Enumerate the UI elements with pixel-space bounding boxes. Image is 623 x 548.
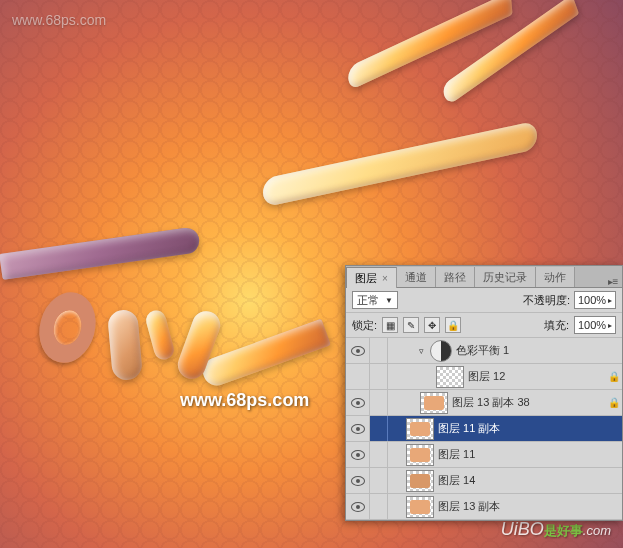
tab-actions[interactable]: 动作	[536, 267, 575, 287]
chevron-right-icon: ▸	[608, 296, 612, 305]
logo-cn: 是好事	[544, 523, 583, 538]
lock-transparency-button[interactable]: ▦	[382, 317, 398, 333]
layer-row[interactable]: 图层 11 副本	[346, 416, 622, 442]
layer-row[interactable]: ▿色彩平衡 1	[346, 338, 622, 364]
layer-row[interactable]: 图层 13 副本 38🔒	[346, 390, 622, 416]
lock-icon: 🔒	[606, 371, 622, 382]
link-column	[370, 364, 388, 389]
lock-fill-row: 锁定: ▦ ✎ ✥ 🔒 填充: 100% ▸	[346, 313, 622, 338]
link-column	[370, 442, 388, 467]
artwork-stroke	[107, 309, 143, 381]
link-column	[370, 494, 388, 519]
opacity-label: 不透明度:	[523, 293, 570, 308]
layer-name-label: 色彩平衡 1	[456, 343, 606, 358]
chevron-down-icon: ▼	[385, 296, 393, 305]
tab-close-icon[interactable]: ×	[382, 273, 388, 284]
layer-thumbnail	[420, 392, 448, 414]
adjustment-layer-icon	[430, 340, 452, 362]
layer-thumbnail	[406, 470, 434, 492]
tab-paths[interactable]: 路径	[436, 267, 475, 287]
layer-name-label: 图层 14	[438, 473, 606, 488]
eye-icon	[351, 424, 365, 434]
panel-tabs: 图层 × 通道 路径 历史记录 动作 ▸≡	[346, 266, 622, 288]
layer-name-label: 图层 11 副本	[438, 421, 606, 436]
visibility-toggle[interactable]	[346, 364, 370, 389]
lock-pixels-button[interactable]: ✎	[403, 317, 419, 333]
fill-value: 100%	[578, 319, 606, 331]
visibility-toggle[interactable]	[346, 416, 370, 441]
tab-channels[interactable]: 通道	[397, 267, 436, 287]
eye-icon	[351, 502, 365, 512]
eye-icon	[351, 450, 365, 460]
layer-row[interactable]: 图层 14	[346, 468, 622, 494]
layer-name-label: 图层 13 副本	[438, 499, 606, 514]
layers-list: ▿色彩平衡 1图层 12🔒图层 13 副本 38🔒图层 11 副本图层 11图层…	[346, 338, 622, 520]
logo-suffix: .com	[583, 523, 611, 538]
lock-label: 锁定:	[352, 318, 377, 333]
watermark-top-left: www.68ps.com	[12, 12, 106, 28]
layers-panel: 图层 × 通道 路径 历史记录 动作 ▸≡ 正常 ▼ 不透明度: 100% ▸ …	[345, 265, 623, 521]
blend-mode-select[interactable]: 正常 ▼	[352, 291, 398, 309]
watermark-center: www.68ps.com	[180, 390, 309, 411]
logo-text: UiBO	[501, 519, 544, 539]
layer-thumbnail	[436, 366, 464, 388]
link-column	[370, 468, 388, 493]
fill-input[interactable]: 100% ▸	[574, 316, 616, 334]
layer-thumbnail	[406, 444, 434, 466]
link-column	[370, 416, 388, 441]
opacity-input[interactable]: 100% ▸	[574, 291, 616, 309]
eye-icon	[351, 476, 365, 486]
tab-label: 图层	[355, 272, 377, 284]
blend-opacity-row: 正常 ▼ 不透明度: 100% ▸	[346, 288, 622, 313]
visibility-toggle[interactable]	[346, 338, 370, 363]
chevron-right-icon: ▸	[608, 321, 612, 330]
opacity-value: 100%	[578, 294, 606, 306]
lock-position-button[interactable]: ✥	[424, 317, 440, 333]
layer-thumbnail	[406, 496, 434, 518]
visibility-toggle[interactable]	[346, 442, 370, 467]
panel-menu-button[interactable]: ▸≡	[604, 273, 622, 287]
visibility-toggle[interactable]	[346, 390, 370, 415]
layer-row[interactable]: 图层 11	[346, 442, 622, 468]
blend-mode-value: 正常	[357, 293, 379, 308]
eye-icon	[351, 398, 365, 408]
layer-row[interactable]: 图层 13 副本	[346, 494, 622, 520]
tab-layers[interactable]: 图层 ×	[346, 267, 397, 288]
visibility-toggle[interactable]	[346, 468, 370, 493]
watermark-bottom-right: UiBO是好事.com	[501, 519, 611, 540]
visibility-toggle[interactable]	[346, 494, 370, 519]
fold-arrow-icon[interactable]: ▿	[416, 346, 426, 356]
canvas-area: www.68ps.com www.68ps.com PS UiBO是好事.com…	[0, 0, 623, 548]
layer-name-label: 图层 13 副本 38	[452, 395, 606, 410]
lock-icon: 🔒	[606, 397, 622, 408]
fill-label: 填充:	[544, 318, 569, 333]
tab-history[interactable]: 历史记录	[475, 267, 536, 287]
layer-name-label: 图层 11	[438, 447, 606, 462]
eye-icon	[351, 346, 365, 356]
layer-name-label: 图层 12	[468, 369, 606, 384]
layer-thumbnail	[406, 418, 434, 440]
link-column	[370, 338, 388, 363]
lock-all-button[interactable]: 🔒	[445, 317, 461, 333]
layer-row[interactable]: 图层 12🔒	[346, 364, 622, 390]
link-column	[370, 390, 388, 415]
